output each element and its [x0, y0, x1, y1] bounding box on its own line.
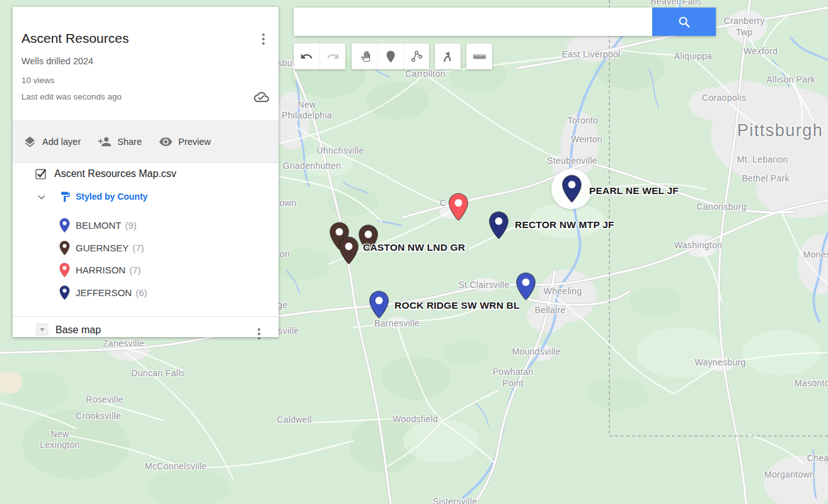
draw-tools-group: [352, 43, 429, 69]
map-city-label: Powhatan: [493, 367, 534, 377]
map-city-label: Uhrichsville: [316, 146, 364, 156]
directions-group: [435, 43, 461, 69]
map-city-label: Bethel Park: [742, 173, 790, 183]
search-icon: [677, 15, 691, 29]
map-pin-jefferson[interactable]: [488, 211, 509, 239]
map-city-label: Coraopolis: [702, 93, 746, 103]
map-city-label: New: [298, 100, 316, 110]
base-map-label: Base map: [55, 324, 101, 336]
map-city-label: Masontown: [795, 378, 828, 388]
map-pin-icon: [59, 263, 70, 278]
cloud-saved-icon: [254, 89, 269, 105]
map-city-label: Wexford: [744, 46, 778, 56]
my-maps-app: Beaver FallsCranberryTwpWexfordEast Live…: [0, 0, 828, 504]
map-pin-guernsey[interactable]: [338, 236, 359, 265]
eye-icon: [159, 135, 173, 149]
map-info-panel: Ascent Resources Wells drilled 2024 10 v…: [13, 7, 279, 337]
map-city-label: Roseville: [86, 394, 124, 404]
map-feature-label: CASTON NW LND GR: [363, 242, 465, 253]
share-label: Share: [117, 137, 142, 147]
county-legend: BELMONT (9) GUERNSEY (7) HARRISON (7) JE…: [13, 214, 279, 304]
map-city-label: Moundsville: [512, 346, 560, 357]
map-city-label: Lexington: [40, 440, 79, 450]
pan-tool-button[interactable]: [352, 43, 377, 69]
map-pin-belmont[interactable]: [515, 272, 536, 301]
map-feature-label: RECTOR NW MTP JF: [515, 219, 614, 231]
undo-redo-group: [294, 43, 345, 69]
map-city-label: Philadelphia: [282, 110, 332, 120]
layers-icon: [23, 135, 37, 149]
map-pin-belmont[interactable]: [369, 290, 389, 319]
redo-button[interactable]: [319, 43, 345, 69]
map-city-label: New: [51, 429, 69, 439]
map-city-label: McConnelsville: [145, 461, 207, 471]
measure-group: [466, 43, 492, 69]
map-city-label: Point: [502, 378, 523, 388]
search-bar: [294, 8, 716, 36]
map-pin-icon: [59, 285, 70, 301]
preview-button[interactable]: Preview: [159, 135, 211, 149]
search-button[interactable]: [652, 8, 716, 36]
legend-item-belmont[interactable]: BELMONT (9): [13, 214, 279, 237]
undo-button[interactable]: [294, 43, 319, 69]
layer-name[interactable]: Ascent Resources Map.csv: [54, 168, 176, 180]
add-directions-button[interactable]: [435, 43, 461, 69]
map-city-label: Morgantown: [764, 469, 815, 479]
legend-item-guernsey[interactable]: GUERNSEY (7): [13, 237, 279, 260]
base-map-dropdown-icon[interactable]: [36, 323, 49, 336]
search-input[interactable]: [294, 8, 652, 36]
chevron-down-icon[interactable]: [35, 191, 48, 203]
map-city-label: on: [280, 249, 290, 259]
page-title: Ascent Resources: [21, 31, 129, 46]
map-pin-harrison[interactable]: [448, 193, 469, 221]
map-city-label: Toronto: [568, 115, 599, 125]
map-city-label: Woodsfield: [393, 414, 438, 424]
map-city-label: Beaver Falls: [650, 0, 701, 6]
measure-button[interactable]: [466, 43, 492, 69]
map-city-label: Wheeling: [544, 286, 582, 296]
marker-icon: [386, 50, 396, 63]
map-city-label: ge: [277, 300, 287, 310]
map-city-label: East Liverpool: [562, 49, 621, 59]
map-city-label: Aliquippa: [674, 51, 712, 61]
map-city-label: Gnadenhutten: [283, 161, 341, 171]
add-layer-label: Add layer: [42, 137, 81, 147]
panel-action-band: Add layer Share Preview: [13, 120, 279, 163]
map-city-label: Sistersville: [433, 496, 478, 504]
map-description[interactable]: Wells drilled 2024: [21, 56, 93, 66]
styled-by-county-link[interactable]: Styled by County: [76, 192, 147, 202]
map-city-label: Carrollton: [405, 69, 446, 79]
draw-line-button[interactable]: [403, 43, 429, 69]
legend-item-harrison[interactable]: HARRISON (7): [13, 259, 279, 282]
map-city-label: Cheat Lake: [807, 453, 828, 463]
panel-divider: [13, 316, 279, 317]
style-row: Styled by County: [13, 190, 279, 206]
map-city-label: Mt. Lebanon: [737, 154, 788, 164]
map-options-kebab-icon[interactable]: [260, 31, 267, 47]
map-feature-label: PEARL NE WEL JF: [589, 185, 679, 197]
map-city-label: C: [440, 198, 446, 208]
redo-icon: [326, 50, 340, 63]
hand-icon: [359, 50, 371, 63]
base-map-row[interactable]: Base map: [13, 321, 279, 343]
map-city-label: Steubenville: [547, 156, 597, 166]
map-city-label: Pittsburgh: [737, 121, 824, 140]
map-city-label: Allison Park: [766, 74, 815, 84]
layer-row: Ascent Resources Map.csv: [13, 165, 279, 186]
map-city-label: Barnesville: [374, 318, 420, 328]
draw-line-icon: [410, 50, 423, 63]
map-city-label: Bellaire: [534, 305, 565, 315]
map-city-label: Weirton: [571, 134, 602, 144]
last-edit-status[interactable]: Last edit was seconds ago: [21, 92, 122, 101]
map-city-label: Duncan Falls: [131, 368, 185, 378]
layer-visibility-checkbox[interactable]: [34, 167, 48, 181]
map-city-label: own: [280, 198, 297, 208]
legend-item-jefferson[interactable]: JEFFERSON (6): [13, 282, 279, 304]
add-layer-button[interactable]: Add layer: [23, 135, 81, 149]
map-pin-icon: [59, 241, 70, 256]
add-marker-button[interactable]: [377, 43, 403, 69]
share-button[interactable]: Share: [98, 135, 142, 149]
map-pin-jefferson[interactable]: [561, 175, 582, 203]
paint-roller-icon: [59, 191, 71, 203]
map-city-label: Cranberry: [724, 16, 765, 26]
